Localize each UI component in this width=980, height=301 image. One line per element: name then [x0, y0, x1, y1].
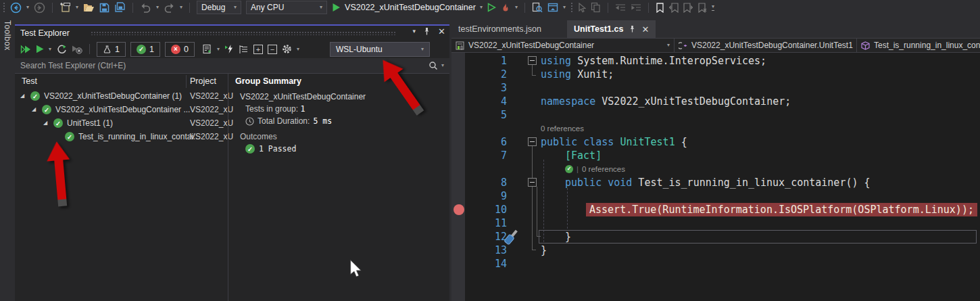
hot-reload-icon[interactable]: [501, 3, 510, 13]
toolbox-tab[interactable]: Toolbox: [3, 20, 12, 51]
toggle-bookmark-icon[interactable]: [656, 3, 664, 13]
column-test[interactable]: Test: [22, 76, 37, 86]
copy-paste-icon[interactable]: [591, 2, 601, 13]
test-label[interactable]: VS2022_xUnitTestDebugContainer ...: [55, 105, 190, 114]
clear-bookmarks-icon[interactable]: [697, 3, 707, 13]
group-by-icon[interactable]: [239, 45, 249, 54]
line-number: 6: [472, 135, 507, 149]
browser-link-icon[interactable]: [547, 3, 558, 13]
tree-expand-caret-icon[interactable]: ◢: [20, 93, 24, 99]
cancel-run-icon[interactable]: [72, 44, 82, 54]
close-icon[interactable]: ✕: [438, 27, 445, 36]
run-tests-icon[interactable]: [36, 45, 44, 53]
solution-configuration-dropdown[interactable]: Debug▾: [197, 1, 241, 14]
browser-link-chevron[interactable]: ▾: [563, 5, 566, 10]
debug-last-run-icon[interactable]: [224, 44, 234, 54]
failed-tests-filter[interactable]: 0: [165, 42, 195, 57]
total-tests-filter[interactable]: 1: [97, 42, 126, 57]
search-options-chevron[interactable]: ▾: [441, 63, 444, 68]
expand-all-icon[interactable]: +: [253, 45, 263, 54]
fold-collapse-icon[interactable]: [528, 137, 537, 146]
code-editor[interactable]: 1using System.Runtime.InteropServices;2u…: [451, 53, 980, 301]
increase-indent-icon[interactable]: [631, 3, 641, 12]
line-number: 4: [472, 95, 507, 108]
start-without-debugging-icon[interactable]: [487, 3, 496, 12]
test-label[interactable]: Test_is_running_in_linux_contai...: [78, 132, 200, 141]
titlebar-drag-handle[interactable]: [91, 31, 397, 35]
line-number: 3: [472, 81, 507, 95]
navigate-back-icon[interactable]: [10, 2, 22, 14]
navigate-forward-icon[interactable]: [34, 2, 45, 14]
settings-chevron[interactable]: ▾: [297, 47, 299, 52]
passed-tests-filter[interactable]: 1: [130, 42, 160, 57]
undo-chevron[interactable]: ▾: [156, 5, 159, 10]
fold-collapse-icon[interactable]: [528, 178, 537, 187]
test-tree-row[interactable]: ◢VS2022_xUnitTestDebugContainer (1)VS202…: [15, 89, 228, 103]
tab-testenvironments-json[interactable]: testEnvironments.json: [451, 20, 566, 38]
line-number: 14: [472, 257, 507, 271]
test-tree-row[interactable]: Test_is_running_in_linux_contai...VS2022…: [15, 130, 228, 143]
class-icon: [679, 41, 687, 50]
column-project[interactable]: Project: [190, 76, 216, 86]
find-in-files-icon[interactable]: [532, 2, 543, 13]
column-divider[interactable]: [186, 75, 187, 88]
new-project-icon[interactable]: [59, 2, 71, 14]
undo-icon[interactable]: [140, 3, 151, 13]
total-count: 1: [115, 45, 120, 54]
line-number: 5: [472, 108, 507, 122]
run-dropdown-chevron[interactable]: ▾: [49, 47, 51, 52]
test-label[interactable]: VS2022_xUnitTestDebugContainer (1): [44, 91, 182, 101]
type-dropdown[interactable]: VS2022_xUnitTestDebugContainer.UnitTest1…: [675, 39, 857, 52]
toolbar-grip-2[interactable]: [570, 2, 573, 13]
hot-reload-chevron[interactable]: ▾: [515, 5, 518, 10]
tree-expand-caret-icon[interactable]: ◢: [43, 120, 47, 126]
code-line: namespace VS2022_xUnitTestDebugContainer…: [541, 95, 791, 108]
test-tree-row[interactable]: ◢VS2022_xUnitTestDebugContainer ...VS202…: [15, 103, 228, 116]
redo-icon[interactable]: [164, 3, 175, 13]
line-number: 7: [472, 149, 507, 162]
project-dropdown[interactable]: VS2022_xUnitTestDebugContainer ▾: [451, 39, 675, 52]
repeat-last-run-icon[interactable]: [56, 44, 67, 54]
save-icon[interactable]: [99, 3, 109, 13]
breakpoint-margin[interactable]: [451, 53, 465, 301]
open-folder-icon[interactable]: [83, 3, 95, 13]
start-debugging-button[interactable]: VS2022_xUnitTestDebugContainer ▾: [332, 3, 483, 12]
run-all-tests-icon[interactable]: [20, 45, 31, 54]
toolbar-overflow-chevron[interactable]: ▾: [712, 4, 714, 11]
test-settings-gear-icon[interactable]: [282, 44, 292, 54]
tree-expand-caret-icon[interactable]: ◢: [32, 106, 36, 112]
new-project-chevron[interactable]: ▾: [76, 5, 78, 10]
line-number: 9: [472, 189, 507, 203]
save-all-icon[interactable]: [114, 2, 126, 13]
search-icon[interactable]: [428, 61, 438, 70]
collapse-all-icon[interactable]: −: [268, 45, 277, 54]
test-tree-row[interactable]: ◢UnitTest1 (1)VS2022_xU: [15, 116, 228, 130]
test-environment-dropdown[interactable]: WSL-Ubuntu ▾: [330, 42, 430, 57]
test-project: VS2022_xU: [190, 132, 233, 141]
tab-pin-icon[interactable]: [629, 25, 636, 33]
decrease-indent-icon[interactable]: [615, 3, 626, 12]
passed-check-icon: [245, 144, 255, 154]
breakpoint-icon[interactable]: [454, 204, 464, 215]
playlist-icon[interactable]: [202, 44, 212, 54]
tab-unittest1-cs[interactable]: UnitTest1.cs ✕: [567, 20, 656, 38]
test-label[interactable]: UnitTest1 (1): [67, 118, 113, 128]
tab-close-icon[interactable]: ✕: [641, 24, 649, 34]
playlist-chevron[interactable]: ▾: [217, 47, 220, 52]
back-dropdown-chevron[interactable]: ▾: [26, 5, 29, 10]
member-dropdown[interactable]: Test_is_running_in_linux_conta: [857, 39, 980, 52]
solution-platform-dropdown[interactable]: Any CPU▾: [246, 1, 327, 14]
codelens-references[interactable]: 0 references: [541, 122, 584, 135]
test-passed-icon: [42, 105, 51, 114]
fold-collapse-icon[interactable]: [528, 56, 537, 65]
window-position-chevron[interactable]: ▾: [413, 28, 416, 34]
next-bookmark-icon[interactable]: [683, 3, 693, 13]
previous-bookmark-icon[interactable]: [669, 3, 679, 13]
pin-icon[interactable]: [423, 27, 431, 36]
codelens-references[interactable]: |0 references: [565, 162, 625, 176]
redo-chevron[interactable]: ▾: [180, 5, 182, 10]
line-number: 11: [472, 216, 507, 230]
toolbar-grip[interactable]: [3, 2, 5, 13]
selection-pointer-icon[interactable]: [578, 3, 586, 13]
current-line-box: [539, 230, 977, 244]
